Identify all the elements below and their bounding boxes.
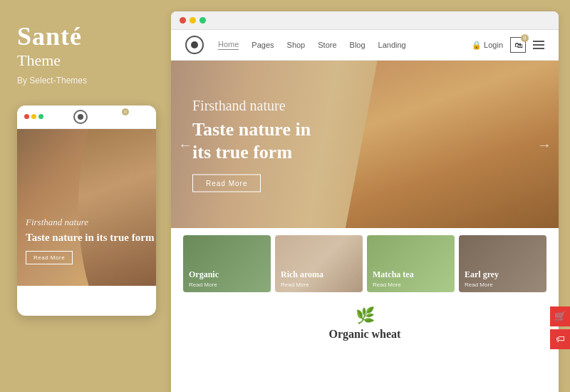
mobile-dot-yellow: [31, 114, 36, 119]
cat-rich-content: Rich aroma Read More: [275, 235, 363, 292]
lock-icon: 🔒: [472, 41, 482, 50]
menu-line-1: [533, 41, 544, 42]
hero-read-more-button[interactable]: Read More: [192, 174, 261, 192]
hero-title-line1: Taste nature in: [192, 118, 311, 139]
site-nav: Home Pages Shop Store Blog Landing: [218, 40, 472, 50]
wheat-label: Organic wheat: [329, 328, 401, 341]
login-label: Login: [484, 41, 503, 49]
mobile-traffic-lights: [24, 114, 43, 119]
hero-next-arrow[interactable]: →: [537, 136, 551, 153]
wheat-icon: 🌿: [356, 306, 375, 325]
cat-matcha-content: Matcha tea Read More: [367, 235, 455, 292]
hero-title: Taste nature in its true form: [192, 118, 311, 164]
browser-dot-green: [200, 17, 206, 24]
mobile-script-text: Firsthand nature: [26, 217, 154, 228]
red-tag-button[interactable]: 🏷: [550, 329, 570, 349]
browser-dot-red: [180, 17, 186, 24]
cat-earl-content: Earl grey Read More: [459, 235, 546, 292]
browser-window: Home Pages Shop Store Blog Landing 🔒 Log…: [171, 11, 559, 392]
browser-chrome: [171, 11, 559, 30]
site-logo[interactable]: [185, 36, 204, 54]
nav-store[interactable]: Store: [318, 41, 336, 49]
nav-landing[interactable]: Landing: [378, 41, 406, 49]
cat-earl-title: Earl grey: [465, 269, 541, 280]
site-hero: Firsthand nature Taste nature in its tru…: [171, 61, 559, 228]
hero-content: Firsthand nature Taste nature in its tru…: [192, 97, 311, 192]
mobile-hero-content: Firsthand nature Taste nature in its tru…: [26, 217, 154, 264]
mobile-menu-icon[interactable]: ⋮⋮: [130, 111, 149, 123]
category-matcha[interactable]: Matcha tea Read More: [367, 235, 455, 292]
category-rich-aroma[interactable]: Rich aroma Read More: [275, 235, 363, 292]
hero-title-line2: its true form: [192, 142, 292, 163]
mobile-logo-circle: [73, 110, 88, 124]
cat-rich-read-more[interactable]: Read More: [281, 282, 357, 288]
cart-button[interactable]: 🛍 0: [510, 37, 526, 53]
mobile-logo: [73, 110, 88, 124]
mobile-hero: Firsthand nature Taste nature in its tru…: [17, 129, 156, 286]
mobile-logo-inner: [78, 114, 83, 120]
brand-subtitle: Theme: [17, 51, 154, 70]
mobile-mockup: 🛍 0 ⋮⋮ Firsthand nature Taste nature in …: [17, 105, 156, 316]
red-overlay-buttons: 🛒 🏷: [550, 306, 570, 349]
nav-home[interactable]: Home: [218, 40, 239, 50]
hero-prev-arrow[interactable]: ←: [178, 136, 192, 153]
cat-matcha-read-more[interactable]: Read More: [373, 282, 449, 288]
menu-line-3: [533, 48, 544, 49]
site-bottom: 🌿 Organic wheat: [171, 299, 559, 392]
brand-by: By Select-Themes: [17, 76, 154, 86]
mobile-dot-green: [38, 114, 43, 119]
mobile-nav-icons: 🛍 0 ⋮⋮: [117, 111, 149, 123]
cat-earl-read-more[interactable]: Read More: [465, 282, 541, 288]
menu-line-2: [533, 44, 544, 46]
browser-dot-yellow: [190, 17, 196, 24]
mobile-cart-badge: 0: [122, 108, 129, 115]
category-earl-grey[interactable]: Earl grey Read More: [459, 235, 546, 292]
cat-rich-title: Rich aroma: [281, 269, 357, 280]
left-panel: Santé Theme By Select-Themes 🛍 0 ⋮⋮: [0, 0, 171, 392]
mobile-read-more-button[interactable]: Read More: [26, 251, 73, 264]
site-navbar: Home Pages Shop Store Blog Landing 🔒 Log…: [171, 30, 559, 61]
cat-organic-title: Organic: [189, 269, 265, 280]
mobile-cart-icon[interactable]: 🛍 0: [117, 111, 126, 123]
cart-badge: 0: [521, 34, 529, 42]
category-organic[interactable]: Organic Read More: [183, 235, 271, 292]
site-logo-inner: [191, 41, 198, 48]
red-cart-button[interactable]: 🛒: [550, 306, 570, 326]
login-button[interactable]: 🔒 Login: [472, 41, 503, 50]
cat-organic-read-more[interactable]: Read More: [189, 282, 265, 288]
mobile-top-bar: 🛍 0 ⋮⋮: [17, 105, 156, 129]
hero-hand-image: [346, 61, 559, 228]
nav-blog[interactable]: Blog: [350, 41, 366, 49]
mobile-hero-title: Taste nature in its true form: [26, 231, 154, 244]
brand-title: Santé: [17, 23, 154, 51]
cat-organic-content: Organic Read More: [183, 235, 271, 292]
category-cards: Organic Read More Rich aroma Read More M…: [171, 228, 559, 299]
nav-shop[interactable]: Shop: [287, 41, 306, 49]
site-nav-right: 🔒 Login 🛍 0: [472, 37, 544, 53]
menu-icon[interactable]: [533, 41, 544, 49]
hero-script-text: Firsthand nature: [192, 97, 311, 113]
mobile-dot-red: [24, 114, 29, 119]
nav-pages[interactable]: Pages: [252, 41, 274, 49]
cat-matcha-title: Matcha tea: [373, 269, 449, 280]
